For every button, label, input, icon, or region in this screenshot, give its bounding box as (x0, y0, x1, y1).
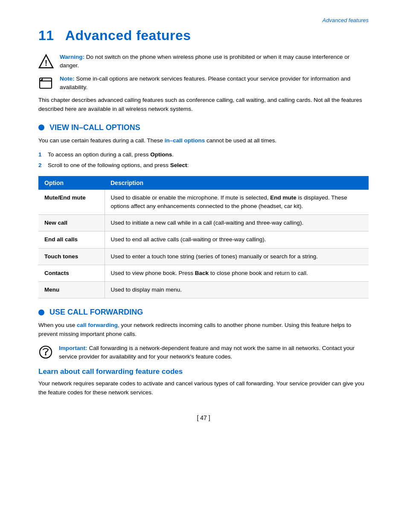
chapter-number: 11 (38, 28, 54, 43)
option-new-call: New call (38, 215, 105, 231)
important-body: Call forwarding is a network-dependent f… (59, 345, 355, 360)
desc-new-call: Used to initiate a new call while in a c… (105, 215, 369, 231)
important-text: Important: Call forwarding is a network-… (59, 344, 369, 361)
desc-touch-tones: Used to enter a touch tone string (serie… (105, 248, 369, 265)
section-use-call-forwarding: USE CALL FORWARDING (38, 308, 369, 317)
page-number: [ 47 ] (197, 414, 210, 421)
page: Advanced features 11 Advanced features !… (0, 0, 407, 532)
section-call-forwarding-title: USE CALL FORWARDING (49, 308, 143, 317)
important-label: Important: (59, 345, 87, 351)
step-2: 2 Scroll to one of the following options… (38, 161, 369, 170)
header-chapter-label: Advanced features (323, 17, 369, 23)
bullet-view-in-call (38, 124, 44, 130)
view-in-call-intro: You can use certain features during a ca… (38, 136, 369, 145)
step-1: 1 To access an option during a call, pre… (38, 150, 369, 159)
options-table: Option Description Mute/End mute Used to… (38, 176, 369, 299)
step-2-num: 2 (38, 161, 48, 170)
step-2-text: Scroll to one of the following options, … (48, 161, 189, 170)
note-text: Note: Some in-call options are network s… (60, 75, 369, 92)
call-forwarding-intro: When you use call forwarding, your netwo… (38, 321, 369, 339)
in-call-options-link[interactable]: in–call options (165, 137, 205, 144)
table-row: Touch tones Used to enter a touch tone s… (38, 248, 369, 265)
chapter-intro: This chapter describes advanced calling … (38, 96, 369, 114)
note-label: Note: (60, 75, 75, 82)
important-icon (38, 345, 53, 359)
warning-body: Do not switch on the phone when wireless… (60, 54, 349, 69)
col-option: Option (38, 176, 105, 190)
col-description: Description (105, 176, 369, 190)
chapter-title: 11 Advanced features (38, 28, 369, 43)
option-end-all: End all calls (38, 231, 105, 248)
svg-text:!: ! (45, 59, 47, 67)
subsection-title-forwarding-codes: Learn about call forwarding feature code… (38, 367, 369, 376)
header-right: Advanced features (38, 17, 369, 23)
option-touch-tones: Touch tones (38, 248, 105, 265)
warning-icon: ! (38, 54, 54, 69)
note-icon (38, 75, 54, 91)
subsection-text-forwarding-codes: Your network requires separate codes to … (38, 379, 369, 397)
table-row: End all calls Used to end all active cal… (38, 231, 369, 248)
note-notice: Note: Some in-call options are network s… (38, 75, 369, 92)
option-contacts: Contacts (38, 265, 105, 281)
note-body: Some in-call options are network service… (60, 75, 350, 90)
warning-notice: ! Warning: Do not switch on the phone wh… (38, 53, 369, 70)
table-row: Mute/End mute Used to disable or enable … (38, 190, 369, 215)
desc-end-all: Used to end all active calls (call-waiti… (105, 231, 369, 248)
steps-list: 1 To access an option during a call, pre… (38, 150, 369, 170)
desc-contacts: Used to view phone book. Press Back to c… (105, 265, 369, 281)
bullet-call-forwarding (38, 309, 44, 315)
step-1-num: 1 (38, 150, 48, 159)
warning-label: Warning: (60, 54, 84, 60)
table-row: New call Used to initiate a new call whi… (38, 215, 369, 231)
table-row: Menu Used to display main menu. (38, 282, 369, 298)
important-block: Important: Call forwarding is a network-… (38, 344, 369, 361)
option-menu: Menu (38, 282, 105, 298)
call-forwarding-link[interactable]: call forwarding (77, 322, 118, 328)
section-view-in-call-title: VIEW IN–CALL OPTIONS (49, 123, 140, 132)
section-view-in-call: VIEW IN–CALL OPTIONS (38, 123, 369, 132)
page-footer: [ 47 ] (38, 414, 369, 421)
table-row: Contacts Used to view phone book. Press … (38, 265, 369, 281)
step-1-text: To access an option during a call, press… (48, 150, 174, 159)
warning-text: Warning: Do not switch on the phone when… (60, 53, 369, 70)
desc-mute: Used to disable or enable the microphone… (105, 190, 369, 215)
table-header-row: Option Description (38, 176, 369, 190)
chapter-title-text: Advanced features (65, 28, 191, 43)
option-mute: Mute/End mute (38, 190, 105, 215)
desc-menu: Used to display main menu. (105, 282, 369, 298)
